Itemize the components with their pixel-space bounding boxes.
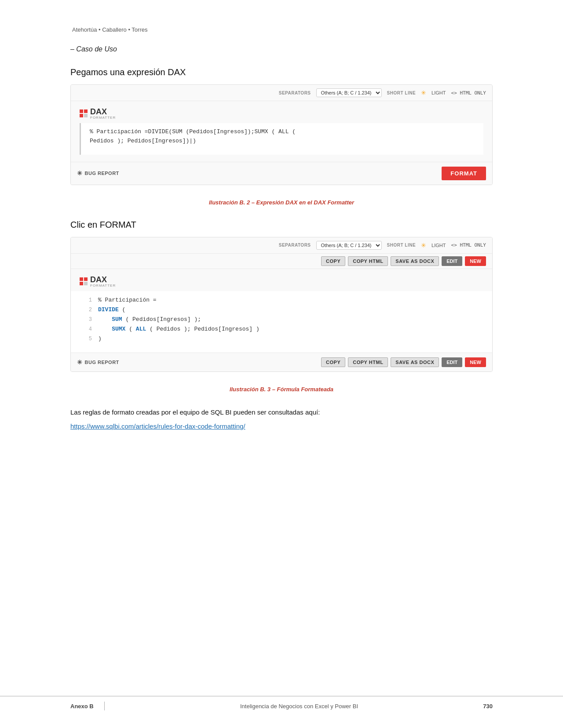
separators-dropdown[interactable]: Others (A; B; C / 1.234) (316, 88, 382, 97)
code-line-5: 5 ) (80, 334, 483, 344)
code-content-3: SUM ( Pedidos[Ingresos] ); (98, 315, 201, 324)
footer-title: Inteligencia de Negocios con Excel y Pow… (115, 703, 483, 710)
dax-logo-icon (80, 109, 88, 117)
footer-annex: Anexo B (70, 703, 94, 710)
dax-logo-area-2: DAX FORMATTER (71, 269, 492, 291)
short-line-label-2: SHORT LINE (387, 243, 416, 248)
dax-code-area: 1 % Participación = 2 DIVIDE ( 3 SUM ( P… (71, 291, 492, 353)
format-button[interactable]: FORMAT (442, 167, 486, 180)
html-only-label: <> HTML ONLY (451, 90, 486, 96)
line-num-2: 2 (80, 305, 92, 314)
code-content-4: SUMX ( ALL ( Pedidos ); Pedidos[Ingresos… (98, 324, 260, 334)
edit-button-top[interactable]: EDIT (442, 256, 462, 266)
subtitle-text: – Caso de Uso (70, 45, 117, 53)
code-line-2: 2 DIVIDE ( (80, 305, 483, 315)
dax-formatter-box-2: SEPARATORS Others (A; B; C / 1.234) SHOR… (70, 237, 493, 372)
dax-logo-2: DAX FORMATTER (80, 275, 116, 288)
footer-page: 730 (483, 703, 493, 710)
body-text: Las reglas de formato creadas por el equ… (70, 407, 493, 418)
line-num-3: 3 (80, 315, 92, 324)
dax-formatter-box-1: SEPARATORS Others (A; B; C / 1.234) SHOR… (70, 84, 493, 185)
sun-icon: ✳ (421, 89, 426, 96)
dax-footer-1: ✳ BUG REPORT FORMAT (71, 162, 492, 185)
line-num-5: 5 (80, 334, 92, 343)
html-only-label-2: <> HTML ONLY (451, 242, 486, 248)
authors-text: Atehortúa • Caballero • Torres (72, 26, 147, 33)
action-buttons-bottom: COPY COPY HTML SAVE AS DOCX EDIT NEW (321, 357, 486, 367)
footer-divider (104, 702, 105, 710)
edit-button-bottom[interactable]: EDIT (442, 357, 462, 367)
header-authors: Atehortúa • Caballero • Torres (70, 26, 493, 33)
copy-html-button-top[interactable]: COPY HTML (348, 256, 388, 266)
bug-report-2[interactable]: ✳ BUG REPORT (77, 359, 119, 366)
figure2-caption: Ilustración B. 3 – Fórmula Formateada (70, 386, 493, 393)
copy-button-bottom[interactable]: COPY (321, 357, 345, 367)
new-button-bottom[interactable]: NEW (465, 357, 486, 367)
new-button-top[interactable]: NEW (465, 256, 486, 266)
figure1-caption: Ilustración B. 2 – Expresión DAX en el D… (70, 199, 493, 206)
copy-button-top[interactable]: COPY (321, 256, 345, 266)
dax-logo-sub-2: FORMATTER (90, 284, 116, 288)
dax-footer-2: ✳ BUG REPORT COPY COPY HTML SAVE AS DOCX… (71, 353, 492, 371)
section-subtitle: – Caso de Uso (70, 45, 493, 53)
save-docx-button-bottom[interactable]: SAVE AS DOCX (391, 357, 439, 367)
toolbar-2-top: SEPARATORS Others (A; B; C / 1.234) SHOR… (71, 237, 492, 254)
bug-report-1[interactable]: ✳ BUG REPORT (77, 170, 119, 177)
light-label: LIGHT (431, 90, 446, 95)
section1-title: Pegamos una expresión DAX (70, 67, 493, 77)
dax-logo-text: DAX (90, 107, 116, 116)
separators-label-2: SEPARATORS (279, 243, 311, 248)
code-line-3: 3 SUM ( Pedidos[Ingresos] ); (80, 315, 483, 324)
line-num-4: 4 (80, 324, 92, 334)
light-label-2: LIGHT (431, 243, 446, 248)
dax-logo-text-2: DAX (90, 275, 116, 284)
code-content-1: % Participación = (98, 295, 157, 305)
dax-expression-text: % Participación =DIVIDE(SUM (Pedidos[Ing… (90, 127, 475, 146)
line-num-1: 1 (80, 295, 92, 305)
section2-title: Clic en FORMAT (70, 220, 493, 230)
page-footer: Anexo B Inteligencia de Negocios con Exc… (0, 696, 563, 710)
short-line-label: SHORT LINE (387, 91, 416, 95)
dax-logo-sub: FORMATTER (90, 116, 116, 120)
dax-logo-icon-2 (80, 277, 88, 285)
body-link[interactable]: https://www.sqlbi.com/articles/rules-for… (70, 422, 245, 430)
action-buttons-top: COPY COPY HTML SAVE AS DOCX EDIT NEW (71, 254, 492, 269)
dax-input-area[interactable]: % Participación =DIVIDE(SUM (Pedidos[Ing… (80, 123, 483, 155)
dax-logo: DAX FORMATTER (80, 107, 116, 120)
code-line-1: 1 % Participación = (80, 295, 483, 305)
separators-dropdown-2[interactable]: Others (A; B; C / 1.234) (316, 241, 382, 250)
bug-icon-2: ✳ (77, 359, 83, 366)
code-line-4: 4 SUMX ( ALL ( Pedidos ); Pedidos[Ingres… (80, 324, 483, 334)
separators-label: SEPARATORS (279, 91, 311, 95)
copy-html-button-bottom[interactable]: COPY HTML (348, 357, 388, 367)
code-content-5: ) (98, 334, 102, 344)
code-content-2: DIVIDE ( (98, 305, 125, 315)
toolbar-1: SEPARATORS Others (A; B; C / 1.234) SHOR… (71, 85, 492, 101)
sun-icon-2: ✳ (421, 242, 426, 249)
save-docx-button-top[interactable]: SAVE AS DOCX (391, 256, 439, 266)
bug-icon: ✳ (77, 170, 83, 177)
dax-logo-area: DAX FORMATTER (71, 101, 492, 123)
